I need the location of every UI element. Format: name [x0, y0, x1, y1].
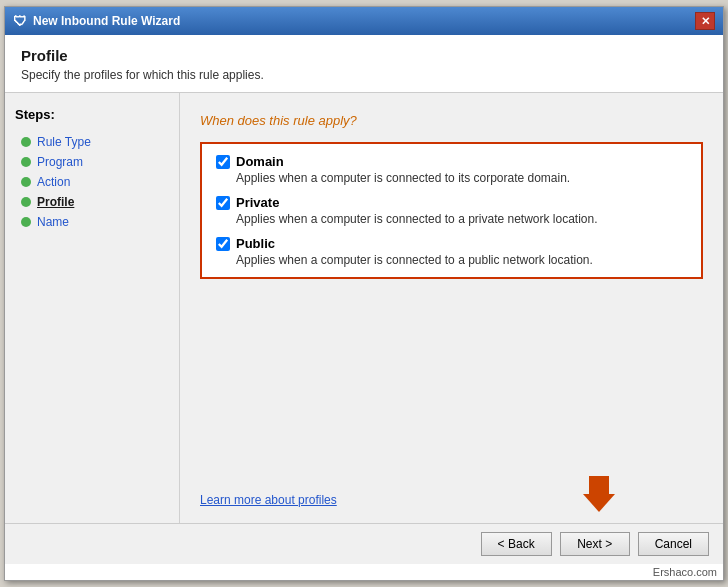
- profiles-box: Domain Applies when a computer is connec…: [200, 142, 703, 279]
- private-description: Applies when a computer is connected to …: [236, 212, 687, 226]
- private-checkbox[interactable]: [216, 196, 230, 210]
- bottom-area: < Back Next > Cancel: [5, 523, 723, 564]
- step-indicator: [21, 197, 31, 207]
- sidebar-item-label: Action: [37, 175, 70, 189]
- public-checkbox[interactable]: [216, 237, 230, 251]
- page-title: Profile: [21, 47, 707, 64]
- step-indicator: [21, 217, 31, 227]
- sidebar-item-name[interactable]: Name: [15, 212, 169, 232]
- cancel-button[interactable]: Cancel: [638, 532, 709, 556]
- sidebar-item-rule-type[interactable]: Rule Type: [15, 132, 169, 152]
- arrow-head: [583, 494, 615, 512]
- main-window: 🛡 New Inbound Rule Wizard ✕ Profile Spec…: [4, 6, 724, 581]
- sidebar: Steps: Rule Type Program Action Profile …: [5, 93, 180, 523]
- close-button[interactable]: ✕: [695, 12, 715, 30]
- public-description: Applies when a computer is connected to …: [236, 253, 687, 267]
- sidebar-item-label: Profile: [37, 195, 74, 209]
- title-bar: 🛡 New Inbound Rule Wizard ✕: [5, 7, 723, 35]
- private-label[interactable]: Private: [236, 195, 279, 210]
- header-section: Profile Specify the profiles for which t…: [5, 35, 723, 93]
- watermark: Ershaco.com: [5, 564, 723, 580]
- next-button[interactable]: Next >: [560, 532, 630, 556]
- sidebar-item-program[interactable]: Program: [15, 152, 169, 172]
- page-subtitle: Specify the profiles for which this rule…: [21, 68, 707, 82]
- bottom-bar: < Back Next > Cancel: [5, 523, 723, 564]
- body-section: Steps: Rule Type Program Action Profile …: [5, 93, 723, 523]
- arrow-shaft: [589, 476, 609, 494]
- public-label[interactable]: Public: [236, 236, 275, 251]
- profile-row-private: Private Applies when a computer is conne…: [216, 195, 687, 226]
- main-content: When does this rule apply? Domain Applie…: [180, 93, 723, 523]
- sidebar-item-label: Program: [37, 155, 83, 169]
- window-title: New Inbound Rule Wizard: [33, 14, 695, 28]
- sidebar-item-action[interactable]: Action: [15, 172, 169, 192]
- domain-checkbox[interactable]: [216, 155, 230, 169]
- profile-row-domain: Domain Applies when a computer is connec…: [216, 154, 687, 185]
- window-icon: 🛡: [13, 13, 27, 29]
- next-arrow-indicator: [583, 476, 615, 512]
- sidebar-item-label: Rule Type: [37, 135, 91, 149]
- sidebar-item-label: Name: [37, 215, 69, 229]
- domain-description: Applies when a computer is connected to …: [236, 171, 687, 185]
- step-indicator: [21, 137, 31, 147]
- profile-row-public: Public Applies when a computer is connec…: [216, 236, 687, 267]
- domain-label[interactable]: Domain: [236, 154, 284, 169]
- learn-more-link[interactable]: Learn more about profiles: [200, 493, 703, 513]
- step-indicator: [21, 157, 31, 167]
- sidebar-item-profile[interactable]: Profile: [15, 192, 169, 212]
- back-button[interactable]: < Back: [481, 532, 552, 556]
- steps-label: Steps:: [15, 107, 169, 122]
- when-label: When does this rule apply?: [200, 113, 703, 128]
- step-indicator: [21, 177, 31, 187]
